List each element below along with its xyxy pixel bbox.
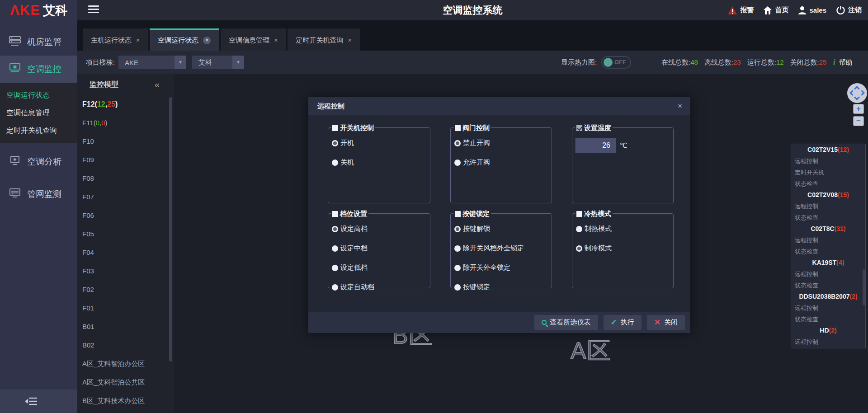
floor-panel-scrollbar[interactable]: [169, 97, 172, 361]
device-action-remote[interactable]: 远程控制: [791, 201, 865, 212]
fan-speed-checkbox[interactable]: [332, 211, 338, 217]
sidebar-item-ac-analysis[interactable]: 空调分析: [0, 148, 77, 175]
heatmap-toggle[interactable]: OFF: [601, 56, 631, 69]
floor-item-f05[interactable]: F05: [77, 225, 174, 243]
floor-item-zone-b-tech[interactable]: B区_艾科技术办公区: [77, 391, 174, 410]
sidebar-subitem-ac-run-status[interactable]: 空调运行状态: [0, 86, 77, 104]
radio-icon[interactable]: [332, 226, 338, 232]
valve-control-checkbox[interactable]: [455, 125, 461, 131]
radio-icon[interactable]: [332, 284, 338, 291]
pan-up-icon[interactable]: [854, 86, 860, 92]
radio-icon[interactable]: [454, 245, 461, 252]
device-action-remote[interactable]: 远程控制: [791, 302, 865, 314]
device-action-remote[interactable]: 远程控制: [791, 336, 865, 347]
radio-icon[interactable]: [332, 140, 338, 146]
radio-speed-low[interactable]: 设定低档: [328, 258, 430, 277]
radio-power-off[interactable]: 关机: [328, 153, 430, 172]
tab-ac-run-status[interactable]: 空调运行状态 ×: [150, 28, 219, 51]
building-select[interactable]: AKE ▼: [118, 56, 186, 69]
radio-power-on[interactable]: 开机: [328, 133, 430, 153]
radio-icon[interactable]: [576, 226, 582, 232]
floor-item-zone-a-public[interactable]: A区_艾科智泊公共区: [77, 373, 174, 391]
radio-speed-auto[interactable]: 设定自动档: [328, 277, 430, 297]
sidebar-subitem-ac-info[interactable]: 空调信息管理: [0, 104, 77, 122]
collapse-panel-icon[interactable]: «: [155, 80, 174, 90]
tab-host-run-status[interactable]: 主机运行状态 ×: [83, 28, 148, 51]
floor-item-f09[interactable]: F09: [77, 150, 174, 169]
radio-icon[interactable]: [454, 284, 461, 291]
floor-item-f08[interactable]: F08: [77, 169, 174, 188]
floor-item-f10[interactable]: F10: [77, 132, 174, 150]
floor-item-f12[interactable]: F12(12,25): [77, 95, 174, 113]
floor-item-b01[interactable]: B01: [77, 317, 174, 336]
device-action-remote[interactable]: 远程控制: [791, 155, 865, 167]
radio-lock-except-switch[interactable]: 除开关外全锁定: [451, 258, 552, 277]
floor-item-b02[interactable]: B02: [77, 336, 174, 354]
mode-checkbox[interactable]: [576, 211, 582, 217]
radio-heat-mode[interactable]: 制热模式: [572, 219, 673, 239]
radio-icon[interactable]: [454, 226, 461, 232]
help-button[interactable]: i 帮助: [833, 51, 853, 74]
radio-cool-mode[interactable]: 制冷模式: [572, 239, 673, 258]
device-action-remote[interactable]: 远程控制: [791, 268, 865, 280]
map-pan-control[interactable]: [847, 83, 867, 103]
tab-ac-info[interactable]: 空调信息管理 ×: [221, 28, 286, 51]
pan-right-icon[interactable]: [859, 90, 865, 96]
sidebar-item-pipe-network[interactable]: 管网监测: [0, 181, 77, 208]
tab-close-icon[interactable]: ×: [203, 37, 211, 44]
floor-item-f07[interactable]: F07: [77, 188, 174, 206]
execute-button[interactable]: ✓ 执行: [604, 315, 642, 330]
tab-timer-query[interactable]: 定时开关机查询 ×: [288, 28, 359, 51]
radio-icon[interactable]: [454, 265, 461, 271]
floor-item-f01[interactable]: F01: [77, 299, 174, 317]
floor-item-f03[interactable]: F03: [77, 262, 174, 280]
alarm-button[interactable]: 报警: [728, 6, 754, 14]
view-selected-meters-button[interactable]: 查看所选仪表: [534, 315, 598, 330]
radio-key-unlock[interactable]: 按键解锁: [451, 219, 552, 239]
floor-item-zone-a-office[interactable]: A区_艾科智泊办公区: [77, 354, 174, 373]
sidebar-subitem-timer-query[interactable]: 定时开关机查询: [0, 122, 77, 139]
tab-close-icon[interactable]: ×: [274, 37, 278, 43]
floor-item-f06[interactable]: F06: [77, 206, 174, 225]
device-action-status[interactable]: 状态检查: [791, 178, 865, 189]
radio-icon[interactable]: [332, 265, 338, 271]
temperature-input[interactable]: [576, 138, 616, 153]
radio-icon[interactable]: [332, 160, 338, 166]
set-temperature-checkbox[interactable]: [576, 125, 582, 131]
tab-close-icon[interactable]: ×: [348, 37, 351, 43]
radio-valve-forbid[interactable]: 禁止开阀: [451, 133, 552, 153]
floor-item-f11[interactable]: F11(0,0): [77, 113, 174, 132]
project-select[interactable]: 艾科 ▼: [192, 56, 244, 69]
device-action-status[interactable]: 状态检查: [791, 246, 865, 257]
floor-item-f04[interactable]: F04: [77, 243, 174, 262]
key-lock-checkbox[interactable]: [455, 211, 461, 217]
device-action-status[interactable]: 状态检查: [791, 212, 865, 223]
radio-valve-allow[interactable]: 允许开阀: [451, 153, 552, 172]
dialog-close-icon[interactable]: ×: [678, 102, 690, 111]
home-button[interactable]: 首页: [764, 6, 788, 14]
floor-item-f02[interactable]: F02: [77, 280, 174, 299]
radio-speed-mid[interactable]: 设定中档: [328, 239, 430, 258]
tab-close-icon[interactable]: ×: [136, 37, 140, 43]
sidebar-item-machine-room[interactable]: 机房监管: [0, 28, 77, 56]
radio-key-lock[interactable]: 按键锁定: [451, 277, 552, 297]
device-action-timer[interactable]: 定时开关机: [791, 167, 865, 178]
device-panel-scrollbar[interactable]: [863, 269, 865, 305]
zoom-out-button[interactable]: −: [853, 116, 864, 126]
pan-left-icon[interactable]: [849, 90, 855, 96]
device-action-remote[interactable]: 远程控制: [791, 235, 865, 246]
radio-lock-except-switch-fan[interactable]: 除开关风档外全锁定: [451, 239, 552, 258]
radio-icon[interactable]: [454, 160, 461, 166]
radio-speed-high[interactable]: 设定高档: [328, 219, 430, 239]
power-control-checkbox[interactable]: [332, 125, 338, 131]
collapse-sidebar-icon[interactable]: [25, 397, 38, 406]
device-action-status[interactable]: 状态检查: [791, 314, 865, 325]
sidebar-item-ac-monitoring[interactable]: 空调监控: [0, 56, 77, 83]
zoom-in-button[interactable]: +: [853, 104, 864, 114]
user-menu[interactable]: sales: [798, 6, 826, 14]
radio-icon[interactable]: [576, 245, 582, 252]
close-button[interactable]: ✕ 关闭: [647, 315, 685, 330]
radio-icon[interactable]: [454, 140, 461, 146]
pan-down-icon[interactable]: [854, 94, 860, 100]
device-action-status[interactable]: 状态检查: [791, 280, 865, 291]
